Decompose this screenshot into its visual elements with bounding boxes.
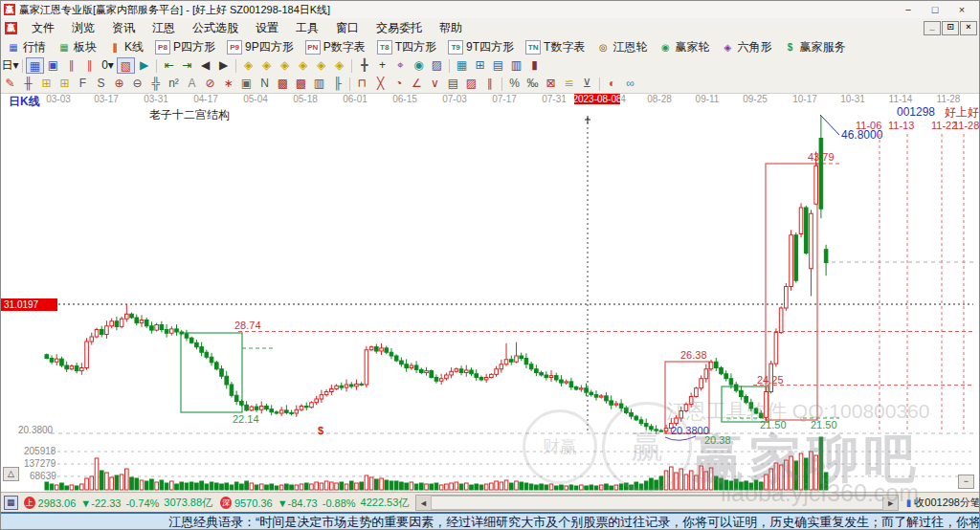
menu-item-5[interactable]: 设置 xyxy=(247,19,287,36)
kline-button[interactable]: ∥K线 xyxy=(102,38,149,55)
fibonacci-icon[interactable]: F xyxy=(74,76,92,92)
gann-diamond-x-icon[interactable]: ◈ xyxy=(294,57,312,74)
menu-item-6[interactable]: 工具 xyxy=(287,19,327,36)
tick-data-label[interactable]: 收001298分笔 xyxy=(914,496,980,510)
minimize-button[interactable]: − xyxy=(895,4,922,15)
period-selector-icon[interactable]: 日▾ xyxy=(1,57,19,74)
menu-item-3[interactable]: 江恩 xyxy=(144,19,184,36)
menu-item-4[interactable]: 公式选股 xyxy=(184,19,247,36)
pattern-select-icon[interactable]: ▧ xyxy=(117,57,135,74)
price-box-icon[interactable]: ⊠ xyxy=(542,76,560,92)
quote-grid-status-icon[interactable]: ▦ xyxy=(4,496,18,510)
measure-equal-icon[interactable]: ≌ xyxy=(560,76,578,92)
winner-wheel-button[interactable]: ◉赢家轮 xyxy=(653,38,715,55)
t9-square-button[interactable]: T99T四方形 xyxy=(442,38,520,55)
range-tool-icon[interactable]: ╟ xyxy=(328,76,346,92)
stamp-icon[interactable]: ◉ xyxy=(410,57,428,74)
permille-icon[interactable]: ‰ xyxy=(523,76,542,92)
mini-kline2-icon[interactable]: ∥ xyxy=(80,57,99,74)
scroll-right-icon[interactable]: ► xyxy=(884,498,898,508)
menu-item-2[interactable]: 资讯 xyxy=(103,19,144,36)
p-square-button[interactable]: P8P四方形 xyxy=(149,38,221,55)
zigzag-icon[interactable]: ∨ xyxy=(426,76,444,92)
p-number-button[interactable]: PNP数字表 xyxy=(300,38,371,55)
gann-diamond-vv-icon[interactable]: ◈ xyxy=(330,57,348,74)
hexagon-button[interactable]: ◈六角形 xyxy=(715,38,777,55)
first-bar-icon[interactable]: ⇤ xyxy=(160,57,178,74)
infinity-loop-icon[interactable]: ∞ xyxy=(621,76,639,92)
wave-mark-icon[interactable]: N xyxy=(256,76,274,92)
t-number-button[interactable]: TNT数字表 xyxy=(520,38,590,55)
crosshair-icon[interactable]: + xyxy=(373,57,391,74)
last-bar-icon[interactable]: ⇥ xyxy=(178,57,196,74)
calendar-icon[interactable]: ▦ xyxy=(453,57,471,74)
quote-grid-icon[interactable]: ▦ xyxy=(26,57,44,74)
mdi-minimize-button[interactable]: _ xyxy=(924,21,941,35)
scrollbar-thumb[interactable] xyxy=(431,496,882,510)
menu-item-9[interactable]: 帮助 xyxy=(431,19,471,36)
sector-button[interactable]: ▦板块 xyxy=(52,38,102,55)
volume-minimize-button[interactable]: − xyxy=(958,475,974,489)
box-tool-icon[interactable]: ▣ xyxy=(237,76,256,92)
taiji-icon[interactable]: ◐ xyxy=(603,76,621,92)
menu-item-0[interactable]: 文件 xyxy=(23,19,63,36)
menu-item-8[interactable]: 交易委托 xyxy=(368,19,431,36)
arc-tool-icon[interactable]: ◔ xyxy=(390,76,408,92)
calculator-icon[interactable]: ⊞ xyxy=(471,57,489,74)
square-number-icon[interactable]: n² xyxy=(165,76,183,92)
mini-kline-icon[interactable]: ∥ xyxy=(62,57,80,74)
shade-grid-icon[interactable]: ▨ xyxy=(462,76,480,92)
angle-line-icon[interactable]: ∠ xyxy=(408,76,426,92)
radial-lines-icon[interactable]: ∗ xyxy=(219,76,237,92)
next-bar-icon[interactable]: ▶ xyxy=(214,57,233,74)
winner-service-button[interactable]: $赢家服务 xyxy=(777,38,851,55)
mdi-close-button[interactable]: × xyxy=(960,21,977,35)
gann-grid-icon[interactable]: ╫ xyxy=(19,76,37,92)
red-grid2-icon[interactable]: ▩ xyxy=(292,76,310,92)
trade-cart-icon[interactable]: ▮ xyxy=(525,57,544,74)
gann-wheel-button[interactable]: ◎江恩轮 xyxy=(590,38,653,55)
split-tool-icon[interactable]: ⊻ xyxy=(578,76,596,92)
menu-item-1[interactable]: 浏览 xyxy=(63,19,103,36)
spiral-icon[interactable]: S xyxy=(92,76,110,92)
pen-tool-icon[interactable]: ✎ xyxy=(1,76,19,92)
save-layout-icon[interactable]: ▤ xyxy=(489,57,507,74)
mdi-restore-button[interactable]: ⊡ xyxy=(942,21,959,35)
scroll-left-icon[interactable]: ◄ xyxy=(416,498,430,508)
measure-icon[interactable]: ⌖ xyxy=(391,57,410,74)
gann-diamond-right-icon[interactable]: ◈ xyxy=(257,57,276,74)
column-grid-icon[interactable]: ▥ xyxy=(310,76,328,92)
hgrid-icon[interactable]: ▤ xyxy=(444,76,462,92)
gann-diamond-left-icon[interactable]: ◈ xyxy=(239,57,257,74)
screenshot-icon[interactable]: ▨ xyxy=(428,57,446,74)
menu-item-7[interactable]: 窗口 xyxy=(327,19,368,36)
time-grid-icon[interactable]: ╬ xyxy=(146,76,165,92)
gann-circle-icon[interactable]: ⊕ xyxy=(110,76,128,92)
gann-diamond-h-icon[interactable]: ◈ xyxy=(276,57,294,74)
parallel-lines-icon[interactable]: ∥ xyxy=(480,76,499,92)
angle-label-icon[interactable]: A xyxy=(183,76,201,92)
prev-bar-icon[interactable]: ◀ xyxy=(196,57,214,74)
golden-grid-icon[interactable]: ⊞ xyxy=(37,76,56,92)
red-grid-icon[interactable]: ▩ xyxy=(274,76,292,92)
board-view-icon[interactable]: ▣ xyxy=(44,57,62,74)
gann-target-icon[interactable]: ⊘ xyxy=(201,76,219,92)
fan-lines-icon[interactable]: ╳ xyxy=(371,76,390,92)
quote-button[interactable]: ▦行情 xyxy=(1,38,52,55)
kline-chart-area[interactable]: 03-0303-1703-3104-1705-0405-1806-0106-15… xyxy=(1,94,980,492)
zero-axis-icon[interactable]: 0▾ xyxy=(99,57,117,74)
flag-tool-icon[interactable]: ▶ xyxy=(135,57,153,74)
monitor-icon[interactable]: ▥ xyxy=(507,57,525,74)
p9-square-button[interactable]: P99P四方形 xyxy=(221,38,300,55)
horizontal-scrollbar[interactable]: ◄ ► xyxy=(415,495,898,511)
t-square-button[interactable]: T8T四方形 xyxy=(371,38,442,55)
volume-collapse-button[interactable]: △ xyxy=(3,467,19,481)
close-button[interactable]: × xyxy=(948,4,975,15)
gann-diamond-v-icon[interactable]: ◈ xyxy=(312,57,330,74)
golden-grid2-icon[interactable]: ⊞ xyxy=(56,76,74,92)
pan-hand-icon[interactable]: ╋ xyxy=(355,57,373,74)
percent-retrace-icon[interactable]: % xyxy=(505,76,523,92)
cycle-line-icon[interactable]: ⊖ xyxy=(128,76,146,92)
restore-button[interactable]: □ xyxy=(922,4,948,15)
rect-draw-icon[interactable]: ⊓ xyxy=(353,76,371,92)
